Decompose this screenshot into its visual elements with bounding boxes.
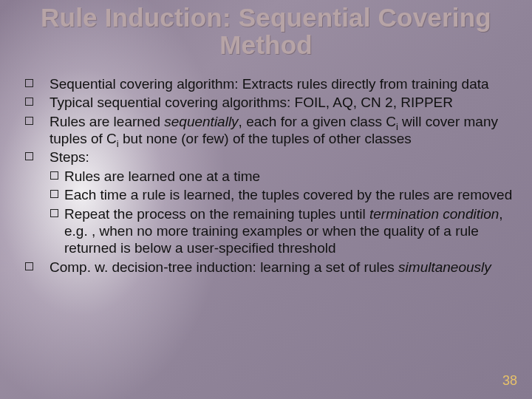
bullet-text: Repeat the process on the remaining tupl… xyxy=(64,205,517,257)
sub-bullet-2: Each time a rule is learned, the tuples … xyxy=(50,186,517,203)
square-bullet-icon xyxy=(50,209,58,217)
sub-bullet-3: Repeat the process on the remaining tupl… xyxy=(50,205,517,257)
text-fragment-italic: termination condition xyxy=(369,206,499,222)
text-fragment: Rules are learned xyxy=(50,114,164,129)
title-line-2: Method xyxy=(219,30,313,59)
text-fragment: , each for a given class C xyxy=(239,114,396,129)
bullet-text: Rules are learned one at a time xyxy=(64,168,517,185)
bullet-2: Typical sequential covering algorithms: … xyxy=(25,94,517,111)
slide: Rule Induction: Sequential Covering Meth… xyxy=(0,0,532,399)
square-bullet-icon xyxy=(25,152,33,160)
title-line-1: Rule Induction: Sequential Covering xyxy=(41,3,491,32)
text-fragment: Repeat the process on the remaining tupl… xyxy=(64,206,369,222)
text-fragment: but none (or few) of the tuples of other… xyxy=(119,131,412,146)
sub-bullet-1: Rules are learned one at a time xyxy=(50,168,517,185)
square-bullet-icon xyxy=(25,98,33,106)
bullet-3: Rules are learned sequentially, each for… xyxy=(25,113,517,148)
bullet-4: Steps: xyxy=(25,149,517,166)
square-bullet-icon xyxy=(50,190,58,198)
bullet-text: Rules are learned sequentially, each for… xyxy=(50,113,517,148)
bullet-text: Sequential covering algorithm: Extracts … xyxy=(50,75,517,92)
slide-title: Rule Induction: Sequential Covering Meth… xyxy=(0,0,532,59)
bullet-1: Sequential covering algorithm: Extracts … xyxy=(25,75,517,92)
bullet-text: Typical sequential covering algorithms: … xyxy=(50,94,517,111)
bullet-text: Comp. w. decision-tree induction: learni… xyxy=(50,259,517,276)
bullet-text: Steps: xyxy=(50,149,517,166)
square-bullet-icon xyxy=(25,117,33,125)
text-fragment-italic: simultaneously xyxy=(398,259,491,275)
square-bullet-icon xyxy=(25,262,33,270)
page-number: 38 xyxy=(502,373,517,389)
square-bullet-icon xyxy=(25,79,33,87)
square-bullet-icon xyxy=(50,171,58,180)
bullet-text: Each time a rule is learned, the tuples … xyxy=(64,186,517,203)
text-fragment-italic: sequentially xyxy=(164,114,238,129)
content-area: Sequential covering algorithm: Extracts … xyxy=(25,75,517,277)
bullet-5: Comp. w. decision-tree induction: learni… xyxy=(25,259,517,276)
text-fragment: Comp. w. decision-tree induction: learni… xyxy=(50,259,398,275)
